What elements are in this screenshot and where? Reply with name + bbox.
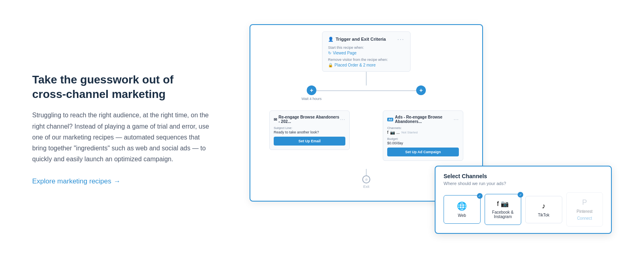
setup-ad-button[interactable]: Set Up Ad Campaign <box>387 148 459 156</box>
trigger-header: 👤 Trigger and Exit Criteria ··· <box>328 36 405 42</box>
wait-node-row: + Wait 4 hours + <box>257 85 476 101</box>
branch-container: ✉ Re-engage Browse Abandoners - 202... ·… <box>257 110 476 161</box>
channels-label: Channels: <box>387 126 459 130</box>
fb-icon: f <box>387 130 388 135</box>
trigger-dots: ··· <box>397 36 405 42</box>
lock-icon: 🔒 <box>328 63 333 67</box>
budget-label: Budget: <box>387 137 459 141</box>
channels-card: Select Channels Where should we run your… <box>435 166 612 234</box>
subject-value: Ready to take another look? <box>274 130 345 134</box>
ad-card-dots: ··· <box>454 117 459 122</box>
remove-label: Remove visitor from the recipe when: <box>328 58 405 62</box>
setup-email-button[interactable]: Set Up Email <box>274 137 345 146</box>
main-heading: Take the guesswork out of cross-channel … <box>32 73 209 102</box>
channel-option-web[interactable]: ✓ 🌐 Web <box>444 195 481 224</box>
more-icon: ... <box>396 130 400 135</box>
pinterest-icon: P <box>582 198 587 207</box>
start-value: ↻ Viewed Page <box>328 51 405 55</box>
ad-icon: Ad <box>387 118 393 121</box>
channel-option-tiktok[interactable]: ♪ TikTok <box>525 196 562 223</box>
exit-connector <box>366 169 367 175</box>
start-label: Start this recipe when: <box>328 46 405 50</box>
email-card: ✉ Re-engage Browse Abandoners - 202... ·… <box>269 110 350 150</box>
cta-label: Explore marketing recipes <box>32 177 111 185</box>
fb-ig-label: Facebook & Instagram <box>488 210 518 219</box>
pinterest-label: Pinterest <box>577 209 592 214</box>
trigger-box: 👤 Trigger and Exit Criteria ··· Start th… <box>322 31 411 72</box>
email-icon: ✉ <box>274 117 277 122</box>
left-branch: + Wait 4 hours <box>257 85 366 101</box>
right-branch: + <box>366 85 476 97</box>
page-container: Take the guesswork out of cross-channel … <box>0 0 644 258</box>
fb-ig-check: ✓ <box>518 192 523 198</box>
exit-circle: ⊘ <box>362 175 370 183</box>
email-card-dots: ··· <box>340 117 345 122</box>
ad-card: Ad Ads - Re-engage Browse Abandoners... … <box>383 110 463 161</box>
right-panel: 👤 Trigger and Exit Criteria ··· Start th… <box>233 16 612 242</box>
ad-card-title: Ad Ads - Re-engage Browse Abandoners... <box>387 115 454 124</box>
not-started-badge: Not Started <box>401 131 417 134</box>
left-panel: Take the guesswork out of cross-channel … <box>32 73 233 186</box>
trigger-title: 👤 Trigger and Exit Criteria <box>328 37 386 42</box>
channels-card-subtitle: Where should we run your ads? <box>444 181 603 186</box>
fb-ig-icon: f 📷 <box>497 200 509 208</box>
channels-row: f 📷 ... Not Started <box>387 130 459 135</box>
channel-option-fb-ig[interactable]: ✓ f 📷 Facebook & Instagram <box>485 194 522 225</box>
tiktok-label: TikTok <box>538 213 549 217</box>
connect-link[interactable]: Connect <box>577 216 592 221</box>
tiktok-icon: ♪ <box>542 202 545 210</box>
wait-label: Wait 4 hours <box>301 97 322 101</box>
ad-card-header: Ad Ads - Re-engage Browse Abandoners... … <box>387 115 459 124</box>
right-node-circle: + <box>416 85 426 95</box>
web-check: ✓ <box>477 193 483 199</box>
channels-card-title: Select Channels <box>444 173 603 179</box>
ig-icon: 📷 <box>390 130 395 135</box>
description-text: Struggling to reach the right audience, … <box>32 110 209 164</box>
subject-label: Subject Line: <box>274 126 345 130</box>
channels-grid: ✓ 🌐 Web ✓ f 📷 Facebook & Instagram ♪ Tik… <box>444 192 603 227</box>
email-card-header: ✉ Re-engage Browse Abandoners - 202... ·… <box>274 115 345 124</box>
cta-link[interactable]: Explore marketing recipes → <box>32 177 121 185</box>
budget-value: $0.00/day <box>387 141 459 145</box>
email-card-title: ✉ Re-engage Browse Abandoners - 202... <box>274 115 340 124</box>
web-label: Web <box>458 213 466 218</box>
channel-option-pinterest[interactable]: P Pinterest Connect <box>566 192 603 227</box>
web-icon: 🌐 <box>457 201 467 211</box>
exit-label: Exit <box>363 185 369 189</box>
cta-arrow: → <box>114 177 121 185</box>
left-node-circle: + <box>307 85 316 95</box>
user-icon: 👤 <box>328 37 334 42</box>
refresh-icon: ↻ <box>328 51 331 55</box>
remove-value: 🔒 Placed Order & 2 more <box>328 63 405 67</box>
